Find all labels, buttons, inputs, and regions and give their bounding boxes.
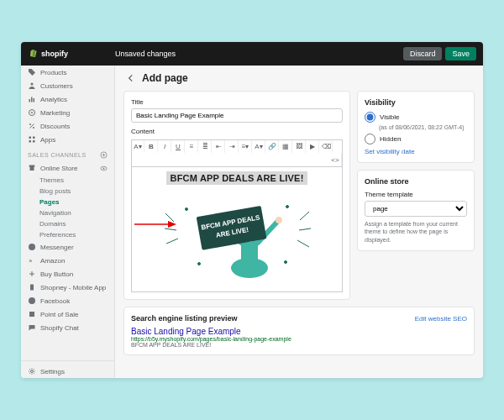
sidebar: Products Customers Analytics Marketing D… xyxy=(21,66,115,378)
svg-rect-14 xyxy=(30,167,34,171)
sidebar-sub-domains[interactable]: Domains xyxy=(21,218,114,229)
sidebar-sub-preferences[interactable]: Preferences xyxy=(21,229,114,240)
svg-rect-3 xyxy=(34,98,35,102)
percent-icon xyxy=(28,122,36,130)
svg-rect-19 xyxy=(30,285,34,291)
grid-icon xyxy=(28,135,36,144)
link-button[interactable]: 🔗 xyxy=(266,140,279,153)
content-headline: BFCM APP DEALS ARE LIVE! xyxy=(166,171,307,185)
svg-point-20 xyxy=(29,297,35,304)
sidebar-item-messenger[interactable]: Messenger xyxy=(21,240,114,254)
sidebar-item-shopify-chat[interactable]: Shopify Chat xyxy=(21,321,114,334)
align-button[interactable]: ≡▾ xyxy=(239,140,252,153)
title-input[interactable] xyxy=(131,108,343,123)
content-editor[interactable]: BFCM APP DEALS ARE LIVE! xyxy=(131,166,343,292)
sidebar-item-buy-button[interactable]: Buy Button xyxy=(21,267,114,281)
svg-rect-9 xyxy=(29,137,32,139)
theme-template-select[interactable]: page xyxy=(365,201,467,217)
svg-point-24 xyxy=(186,208,188,211)
svg-rect-10 xyxy=(33,137,35,139)
sidebar-item-pos[interactable]: Point of Sale xyxy=(21,307,114,321)
sidebar-item-marketing[interactable]: Marketing xyxy=(21,106,114,119)
sidebar-item-settings[interactable]: Settings xyxy=(21,365,114,378)
sidebar-item-shopney[interactable]: Shopney - Mobile App xyxy=(21,281,114,294)
edit-seo-link[interactable]: Edit website SEO xyxy=(415,315,467,323)
content-illustration: BFCM APP DEALS ARE LIVE! xyxy=(161,188,312,285)
sidebar-item-facebook[interactable]: Facebook xyxy=(21,294,114,307)
svg-rect-2 xyxy=(31,97,33,102)
svg-point-0 xyxy=(31,83,34,86)
table-button[interactable]: ▦ xyxy=(280,140,292,153)
svg-point-22 xyxy=(31,370,34,373)
online-store-heading: Online store xyxy=(365,177,467,186)
svg-point-32 xyxy=(276,217,282,223)
number-list-button[interactable]: ≣ xyxy=(199,140,212,153)
svg-point-6 xyxy=(29,123,31,125)
clear-format-button[interactable]: ⌫ xyxy=(320,140,333,153)
visibility-note: (as of 08/06/2021, 08:22 GMT-4) xyxy=(379,124,467,130)
visibility-visible-option[interactable]: Visible xyxy=(365,112,467,123)
svg-rect-12 xyxy=(33,140,35,143)
back-arrow-icon[interactable] xyxy=(125,72,137,84)
sidebar-item-customers[interactable]: Customers xyxy=(21,79,114,92)
gear-icon xyxy=(28,367,36,375)
sidebar-item-online-store[interactable]: Online Store xyxy=(21,161,114,175)
svg-rect-1 xyxy=(29,99,31,102)
video-button[interactable]: ▶ xyxy=(307,140,319,153)
sidebar-sub-blog-posts[interactable]: Blog posts xyxy=(21,186,114,197)
chart-icon xyxy=(28,95,36,103)
chat-icon xyxy=(28,323,36,332)
svg-text:a: a xyxy=(29,258,33,263)
bold-button[interactable]: B xyxy=(145,140,158,153)
indent-button[interactable]: ⇥ xyxy=(226,140,239,153)
sidebar-item-apps[interactable]: Apps xyxy=(21,133,114,146)
online-store-card: Online store Theme template page Assign … xyxy=(357,170,475,251)
page-title: Add page xyxy=(142,72,188,84)
pos-icon xyxy=(28,310,36,318)
sidebar-item-amazon[interactable]: aAmazon xyxy=(21,254,114,267)
html-button[interactable]: <> xyxy=(329,154,342,166)
color-button[interactable]: A▾ xyxy=(253,140,265,153)
sidebar-item-analytics[interactable]: Analytics xyxy=(21,92,114,106)
svg-rect-29 xyxy=(241,239,258,268)
svg-rect-11 xyxy=(29,140,32,143)
visible-radio[interactable] xyxy=(365,112,375,123)
mobile-icon xyxy=(28,283,36,291)
sidebar-sub-navigation[interactable]: Navigation xyxy=(21,207,114,218)
bullet-list-button[interactable]: ≡ xyxy=(186,140,198,153)
visibility-hidden-option[interactable]: Hidden xyxy=(365,134,467,144)
image-button[interactable]: 🖼 xyxy=(293,140,306,153)
svg-rect-21 xyxy=(29,312,34,317)
outdent-button[interactable]: ⇤ xyxy=(213,140,225,153)
title-label: Title xyxy=(131,98,343,106)
visibility-heading: Visibility xyxy=(365,98,467,107)
sidebar-sub-pages[interactable]: Pages xyxy=(21,197,114,207)
eye-icon[interactable] xyxy=(99,164,108,172)
unsaved-changes-label: Unsaved changes xyxy=(115,50,176,58)
theme-template-label: Theme template xyxy=(365,191,467,198)
person-icon xyxy=(28,81,36,90)
set-visibility-date-link[interactable]: Set visibility date xyxy=(365,148,467,155)
italic-button[interactable]: I xyxy=(159,140,171,153)
seo-preview-url: https://b5y.myshopify.com/pages/basic-la… xyxy=(131,336,467,342)
sidebar-item-discounts[interactable]: Discounts xyxy=(21,119,114,133)
shopify-icon xyxy=(28,49,38,59)
save-button[interactable]: Save xyxy=(445,47,476,60)
format-select[interactable]: A▾ xyxy=(132,140,144,153)
seo-preview-title: Basic Landing Page Example xyxy=(131,327,467,336)
svg-point-16 xyxy=(102,167,104,169)
underline-button[interactable]: U xyxy=(172,140,185,153)
svg-point-26 xyxy=(198,263,201,265)
brand-logo: shopify xyxy=(21,49,115,59)
plus-icon xyxy=(28,270,36,278)
hidden-radio[interactable] xyxy=(365,134,375,144)
visibility-card: Visibility Visible (as of 08/06/2021, 08… xyxy=(357,91,475,163)
facebook-icon xyxy=(28,297,36,305)
discard-button[interactable]: Discard xyxy=(403,47,443,60)
sidebar-sub-themes[interactable]: Themes xyxy=(21,175,114,186)
sidebar-item-products[interactable]: Products xyxy=(21,66,114,79)
seo-card: Search engine listing preview Edit websi… xyxy=(123,307,475,355)
plus-circle-icon[interactable] xyxy=(100,151,108,159)
app-window: shopify Unsaved changes Discard Save Pro… xyxy=(21,42,483,378)
topbar: shopify Unsaved changes Discard Save xyxy=(21,42,483,66)
